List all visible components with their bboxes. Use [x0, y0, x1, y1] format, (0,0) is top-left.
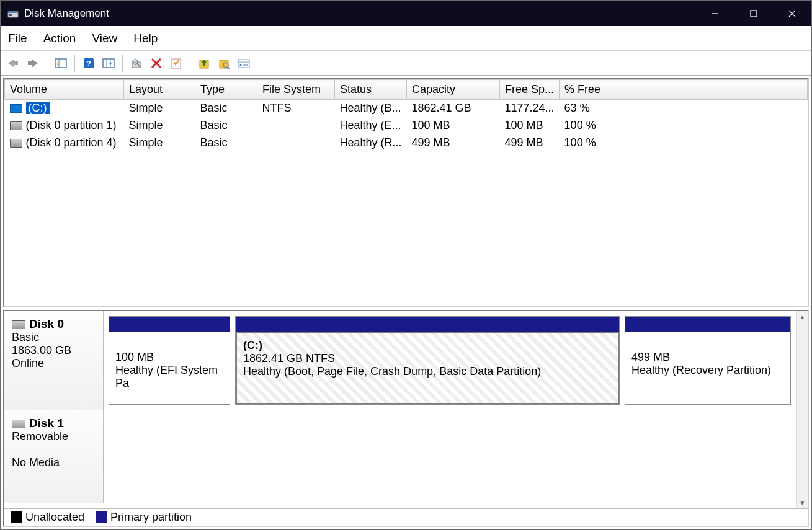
volume-icon	[10, 104, 22, 113]
volume-layout: Simple	[124, 100, 195, 117]
volume-name: (C:)	[26, 102, 50, 114]
disk-label: Disk 0	[29, 317, 64, 330]
svg-line-26	[228, 67, 230, 69]
volume-type: Basic	[195, 117, 257, 135]
graphical-pane: Disk 0Basic1863.00 GBOnline 100 MBHealth…	[3, 310, 809, 527]
volume-free: 100 MB	[500, 117, 560, 135]
partition-desc: Healthy (EFI System Pa	[115, 364, 223, 390]
minimize-button[interactable]	[696, 1, 734, 26]
col-pct[interactable]: % Free	[560, 80, 640, 100]
volume-status: Healthy (B...	[335, 100, 407, 117]
properties-button[interactable]	[167, 55, 185, 72]
partition[interactable]: 100 MBHealthy (EFI System Pa	[109, 316, 230, 405]
volume-free: 499 MB	[500, 135, 560, 152]
col-layout[interactable]: Layout	[124, 80, 195, 100]
volume-fs: NTFS	[257, 100, 335, 117]
partitions-area: 100 MBHealthy (EFI System Pa(C:)1862.41 …	[104, 311, 796, 410]
volume-name: (Disk 0 partition 1)	[26, 119, 117, 131]
volumes-table[interactable]: Volume Layout Type File System Status Ca…	[4, 79, 808, 152]
action3-button[interactable]	[235, 55, 252, 72]
svg-point-29	[240, 64, 242, 66]
volume-capacity: 499 MB	[407, 135, 500, 152]
col-fs[interactable]: File System	[257, 80, 335, 100]
settings-button[interactable]	[128, 55, 145, 72]
volume-row[interactable]: (Disk 0 partition 4)SimpleBasicHealthy (…	[5, 135, 808, 152]
volume-layout: Simple	[124, 117, 195, 135]
volume-name: (Disk 0 partition 4)	[26, 136, 117, 149]
disk-label: Disk 1	[29, 417, 64, 430]
volume-fs	[257, 117, 335, 135]
volume-row[interactable]: (Disk 0 partition 1)SimpleBasicHealthy (…	[5, 117, 808, 135]
volume-fs	[257, 135, 335, 152]
volume-layout: Simple	[124, 135, 195, 152]
menu-help[interactable]: Help	[133, 32, 158, 45]
disk-row: Disk 0Basic1863.00 GBOnline 100 MBHealth…	[4, 311, 796, 410]
partition-size: 1862.41 GB NTFS	[243, 352, 612, 365]
forward-button[interactable]	[24, 55, 42, 72]
menu-action[interactable]: Action	[43, 32, 76, 45]
delete-button[interactable]	[148, 55, 165, 72]
action1-button[interactable]	[195, 55, 213, 72]
legend-unallocated: Unallocated	[11, 511, 84, 524]
legend-primary: Primary partition	[96, 511, 192, 524]
vertical-scrollbar[interactable]: ▲ ▼	[796, 311, 808, 508]
svg-rect-1	[8, 11, 18, 13]
disk-icon	[12, 420, 25, 428]
col-status[interactable]: Status	[335, 80, 407, 100]
menu-file[interactable]: File	[8, 32, 27, 45]
volume-status: Healthy (R...	[335, 135, 407, 152]
action2-button[interactable]	[215, 55, 233, 72]
maximize-button[interactable]	[734, 1, 773, 26]
disk-state: No Media	[12, 456, 98, 469]
partition-desc: Healthy (Boot, Page File, Crash Dump, Ba…	[243, 365, 612, 378]
close-button[interactable]	[773, 1, 811, 26]
volume-type: Basic	[195, 135, 257, 152]
disk-info[interactable]: Disk 0Basic1863.00 GBOnline	[4, 311, 104, 410]
help-button[interactable]: ?	[80, 55, 97, 72]
col-free[interactable]: Free Sp...	[500, 80, 560, 100]
partition-body: 100 MBHealthy (EFI System Pa	[109, 332, 230, 404]
disk-state: Online	[12, 357, 98, 370]
back-button[interactable]	[4, 55, 22, 72]
refresh-button[interactable]	[100, 55, 117, 72]
volume-capacity: 100 MB	[407, 117, 500, 135]
col-volume[interactable]: Volume	[5, 80, 124, 100]
svg-text:?: ?	[86, 59, 91, 68]
scroll-down-icon[interactable]: ▼	[797, 497, 808, 508]
menubar: File Action View Help	[1, 26, 811, 51]
partition-body: (C:)1862.41 GB NTFSHealthy (Boot, Page F…	[236, 332, 619, 404]
volume-row[interactable]: (C:)SimpleBasicNTFSHealthy (B...1862.41 …	[5, 100, 808, 117]
scroll-up-icon[interactable]: ▲	[797, 311, 808, 322]
disk-icon	[12, 320, 25, 329]
disk-size: 1863.00 GB	[12, 344, 98, 357]
disk-info[interactable]: Disk 1Removable No Media	[4, 410, 104, 503]
volumes-pane: Volume Layout Type File System Status Ca…	[3, 78, 809, 307]
disk-row: Disk 1Removable No Media	[4, 410, 796, 503]
partition-size: 100 MB	[115, 351, 223, 364]
legend-swatch-blue	[96, 511, 107, 523]
volume-pct: 100 %	[560, 135, 640, 152]
volume-free: 1177.24...	[500, 100, 560, 117]
svg-rect-2	[9, 14, 12, 16]
legend-swatch-black	[11, 511, 22, 523]
partition-header	[109, 317, 230, 332]
partition-body: 499 MBHealthy (Recovery Partition)	[625, 332, 790, 404]
volume-icon	[10, 139, 22, 148]
partition-size: 499 MB	[631, 351, 784, 364]
titlebar: Disk Management	[1, 1, 811, 26]
svg-rect-8	[28, 61, 32, 65]
svg-rect-9	[55, 59, 66, 68]
partitions-area	[104, 410, 796, 503]
col-capacity[interactable]: Capacity	[407, 80, 500, 100]
volume-status: Healthy (E...	[335, 117, 407, 135]
partition-desc: Healthy (Recovery Partition)	[631, 364, 784, 377]
menu-view[interactable]: View	[92, 32, 117, 45]
partition[interactable]: 499 MBHealthy (Recovery Partition)	[625, 316, 791, 405]
partition[interactable]: (C:)1862.41 GB NTFSHealthy (Boot, Page F…	[235, 316, 620, 405]
show-hide-tree-button[interactable]	[52, 55, 69, 72]
svg-rect-7	[14, 61, 18, 65]
col-type[interactable]: Type	[195, 80, 257, 100]
partition-name: (C:)	[243, 339, 612, 352]
toolbar: ?	[1, 51, 811, 76]
svg-rect-27	[238, 60, 249, 68]
